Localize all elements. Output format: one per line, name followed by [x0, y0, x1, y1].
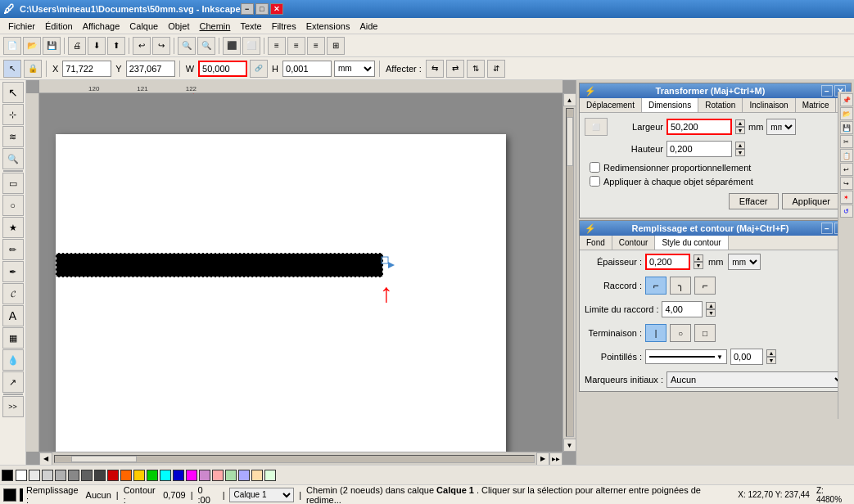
x-input[interactable]: 71,722 [62, 61, 111, 77]
color-gray2[interactable] [42, 470, 53, 481]
rs-btn2[interactable]: 📂 [840, 107, 853, 120]
epaisseur-up[interactable]: ▲ [694, 254, 703, 262]
arrow-tool[interactable]: ↖ [2, 82, 24, 103]
rs-btn4[interactable]: ✂ [840, 135, 853, 148]
color-lightblue[interactable] [238, 470, 250, 481]
menu-extensions[interactable]: Extensions [301, 20, 355, 33]
black-bar[interactable] [56, 253, 383, 277]
largeur-icon[interactable]: ⬜ [585, 118, 608, 136]
save-button[interactable]: 💾 [43, 37, 61, 55]
menu-chemin[interactable]: Chemin [194, 20, 235, 33]
largeur-input[interactable] [666, 119, 732, 135]
appliquer-button[interactable]: Appliquer [782, 193, 841, 209]
rs-btn5[interactable]: 📋 [840, 149, 853, 162]
rs-btn3[interactable]: 💾 [840, 121, 853, 134]
join-round[interactable]: ╮ [670, 277, 691, 295]
color-gray1[interactable] [29, 470, 40, 481]
tab-contour[interactable]: Contour [612, 236, 656, 250]
group-button[interactable]: ⬛ [223, 37, 241, 55]
close-button[interactable]: ✕ [270, 3, 283, 15]
transformer-minimize[interactable]: − [821, 85, 833, 97]
rs-btn1[interactable]: 📌 [840, 93, 853, 106]
rs-btn6[interactable]: ↩ [840, 163, 853, 176]
color-gray3[interactable] [55, 470, 66, 481]
affecter-btn4[interactable]: ⇵ [487, 60, 505, 78]
tab-fond[interactable]: Fond [580, 236, 612, 250]
open-button[interactable]: 📂 [23, 37, 41, 55]
rect-tool[interactable]: ▭ [2, 173, 24, 194]
color-gray5[interactable] [81, 470, 93, 481]
proportional-checkbox[interactable] [590, 162, 600, 173]
largeur-unit-select[interactable]: mm px [766, 119, 796, 135]
fillstroke-minimize[interactable]: − [821, 223, 833, 234]
maximize-button[interactable]: □ [255, 3, 269, 15]
hauteur-up[interactable]: ▲ [735, 142, 745, 149]
rs-btn8[interactable]: ✶ [840, 191, 853, 204]
tab-inclinaison[interactable]: Inclinaison [743, 98, 795, 112]
hscroll-track[interactable] [54, 455, 535, 463]
limite-up[interactable]: ▲ [706, 302, 716, 309]
h-input[interactable] [282, 61, 332, 77]
expand-tool[interactable]: >> [2, 396, 24, 417]
menu-objet[interactable]: Objet [163, 20, 194, 33]
join-miter[interactable]: ⌐ [645, 277, 666, 295]
select-tool[interactable]: ↖ [3, 60, 21, 78]
epaisseur-down[interactable]: ▼ [694, 262, 703, 269]
path-tool[interactable]: ✏ [2, 239, 24, 260]
zoom-tool[interactable]: 🔍 [2, 148, 24, 169]
color-orange[interactable] [120, 470, 132, 481]
effacer-button[interactable]: Effacer [729, 193, 779, 209]
gradient-tool[interactable]: ▦ [2, 327, 24, 349]
pointilles-up[interactable]: ▲ [766, 349, 776, 357]
color-peach[interactable] [251, 470, 263, 481]
cap-square[interactable]: □ [694, 324, 716, 342]
print-button[interactable]: 🖨 [68, 37, 86, 55]
cap-butt[interactable]: | [645, 324, 666, 342]
color-cyan[interactable] [160, 470, 171, 481]
undo-button[interactable]: ↩ [133, 37, 151, 55]
w-input[interactable] [198, 61, 247, 77]
lock-btn[interactable]: 🔒 [24, 60, 42, 78]
limite-down[interactable]: ▼ [706, 309, 716, 317]
callig-tool[interactable]: 𝓒 [2, 283, 24, 304]
dropper-tool[interactable]: 💧 [2, 349, 24, 371]
affecter-btn2[interactable]: ⇄ [446, 60, 464, 78]
epaisseur-unit-select[interactable]: mm px [728, 254, 761, 270]
import-button[interactable]: ⬇ [88, 37, 106, 55]
rs-btn9[interactable]: ↺ [840, 205, 853, 218]
color-yellow[interactable] [133, 470, 145, 481]
text-tool[interactable]: A [2, 305, 24, 326]
distribute-button[interactable]: ⊞ [327, 37, 345, 55]
hauteur-input[interactable] [666, 141, 732, 157]
align-center-button[interactable]: ≡ [287, 37, 305, 55]
circle-tool[interactable]: ○ [2, 195, 24, 216]
scroll-down-arrow[interactable]: ▼ [563, 439, 576, 452]
zoom-out-button[interactable]: 🔍 [197, 37, 215, 55]
hauteur-down[interactable]: ▼ [735, 149, 745, 156]
tab-style-contour[interactable]: Style du contour [655, 236, 728, 250]
largeur-down[interactable]: ▼ [735, 127, 745, 134]
layer-select[interactable]: Calque 1 [229, 488, 294, 502]
color-gray4[interactable] [68, 470, 79, 481]
largeur-up[interactable]: ▲ [735, 119, 745, 127]
scroll-up-arrow[interactable]: ▲ [563, 93, 576, 106]
vscrollbar[interactable]: ▲ ▼ [563, 93, 576, 452]
color-mint[interactable] [264, 470, 276, 481]
color-black[interactable] [2, 470, 13, 481]
align-right-button[interactable]: ≡ [307, 37, 325, 55]
affecter-btn3[interactable]: ⇅ [467, 60, 485, 78]
pointilles-select[interactable]: ▼ [645, 349, 727, 364]
limite-input[interactable] [662, 301, 703, 317]
color-white[interactable] [16, 470, 27, 481]
menu-texte[interactable]: Texte [235, 20, 266, 33]
hscrollbar[interactable]: ◀ ▶ ▶▶ [39, 452, 563, 465]
cap-round[interactable]: ○ [670, 324, 691, 342]
join-bevel[interactable]: ⌐ [694, 277, 716, 295]
color-red[interactable] [107, 470, 119, 481]
scroll-right-arrow[interactable]: ▶ [536, 452, 549, 466]
y-input[interactable]: 237,067 [126, 61, 175, 77]
vscroll-track[interactable] [566, 108, 574, 437]
apply-each-checkbox[interactable] [590, 176, 600, 187]
affecter-btn1[interactable]: ⇆ [426, 60, 444, 78]
pointilles-down[interactable]: ▼ [766, 357, 776, 364]
